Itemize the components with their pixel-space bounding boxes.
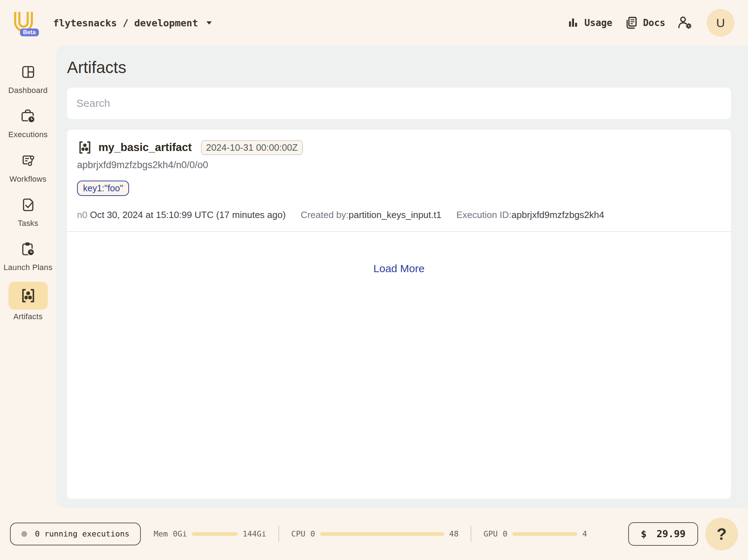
artifact-name: my_basic_artifact [98,141,192,154]
launch-plans-icon [20,241,36,257]
user-settings-button[interactable] [677,15,692,30]
dashboard-icon [20,64,36,80]
docs-icon [624,16,638,30]
cpu-max: 48 [449,529,459,538]
chevron-down-icon [206,21,212,25]
sidebar-item-tasks[interactable]: Tasks [3,193,53,228]
sidebar-item-label: Executions [8,130,48,139]
created-by-label: Created by: [301,209,348,220]
mem-value: 0Gi [173,529,187,538]
tasks-icon [20,197,36,213]
beta-badge: Beta [20,28,39,36]
usage-label: Usage [584,17,612,28]
cost-button[interactable]: $ 29.99 [628,522,698,546]
sidebar-item-launch-plans[interactable]: Launch Plans [3,238,53,272]
cpu-progress-bar [320,532,444,536]
cpu-usage: CPU 0 48 [291,529,459,538]
top-header: Beta flytesnacks / development Usage Doc [0,0,748,46]
created-by: Created by:partition_keys_input.t1 [301,209,441,221]
help-button[interactable]: ? [705,518,738,550]
artifacts-icon [20,287,37,304]
sidebar-item-artifacts[interactable]: Artifacts [3,282,53,321]
main-panel: Artifacts my_basic_artifact 2024-10-31 0… [56,46,748,508]
breadcrumb-text: flytesnacks / development [53,17,198,28]
created-at: n0 Oct 30, 2024 at 15:10:99 UTC (17 minu… [77,209,286,221]
mem-label: Mem [154,529,168,538]
sidebar-item-workflows[interactable]: Workflows [3,149,53,183]
docs-label: Docs [643,17,665,28]
artifacts-list-card: my_basic_artifact 2024-10-31 00:00:00Z a… [67,130,731,499]
artifact-icon [77,140,93,155]
execution-id-value: apbrjxfd9mzfzbgs2kh4 [512,209,604,220]
artifact-entry[interactable]: my_basic_artifact 2024-10-31 00:00:00Z a… [67,130,731,231]
sidebar: Dashboard Executions Workflows [0,46,56,508]
avatar[interactable]: U [707,9,734,37]
sidebar-item-label: Tasks [18,219,39,228]
sidebar-item-dashboard[interactable]: Dashboard [3,61,53,95]
usage-button[interactable]: Usage [567,17,612,29]
artifact-id: apbrjxfd9mzfzbgs2kh4/n0/0/o0 [77,160,721,171]
gpu-value: 0 [503,529,507,538]
union-logo[interactable]: Beta [12,10,37,36]
artifact-meta-row: n0 Oct 30, 2024 at 15:10:99 UTC (17 minu… [77,209,721,221]
search-input[interactable] [67,88,731,119]
node-id: n0 [77,209,87,220]
running-executions-label: 0 running executions [35,529,129,538]
load-more-button[interactable]: Load More [373,263,424,275]
statusbar-divider [278,526,279,542]
statusbar-divider [471,526,471,542]
sidebar-item-executions[interactable]: Executions [3,105,53,139]
breadcrumb[interactable]: flytesnacks / development [53,17,212,28]
cpu-label: CPU [291,529,306,538]
sidebar-item-label: Workflows [10,175,47,183]
gpu-max: 4 [582,529,587,538]
executions-icon [20,108,36,124]
gpu-progress-bar [512,532,577,536]
question-mark-icon: ? [717,524,727,544]
avatar-initial: U [716,16,725,30]
sidebar-item-label: Artifacts [13,312,42,321]
execution-id-label: Execution ID: [456,209,512,220]
gpu-usage: GPU 0 4 [483,529,587,538]
created-at-value: Oct 30, 2024 at 15:10:99 UTC (17 minutes… [90,209,286,220]
page-title: Artifacts [67,58,731,77]
mem-progress-bar [192,532,237,536]
workflows-icon [20,153,36,168]
mem-max: 144Gi [242,529,266,538]
status-dot-icon [21,531,27,537]
status-bar: 0 running executions Mem 0Gi 144Gi CPU 0… [0,508,748,560]
key-chip[interactable]: key1:"foo" [77,181,129,196]
execution-id: Execution ID:apbrjxfd9mzfzbgs2kh4 [456,209,604,221]
sidebar-item-label: Launch Plans [4,263,52,272]
bar-chart-icon [567,17,579,29]
timestamp-badge: 2024-10-31 00:00:00Z [201,140,303,155]
user-gear-icon [677,15,692,30]
docs-button[interactable]: Docs [624,16,665,30]
gpu-label: GPU [483,529,498,538]
created-by-value: partition_keys_input.t1 [349,209,441,220]
cpu-value: 0 [310,529,315,538]
running-executions-pill[interactable]: 0 running executions [10,523,141,545]
mem-usage: Mem 0Gi 144Gi [154,529,266,538]
dollar-sign: $ [641,528,646,539]
cost-amount: 29.99 [656,528,685,539]
sidebar-item-label: Dashboard [8,86,47,95]
